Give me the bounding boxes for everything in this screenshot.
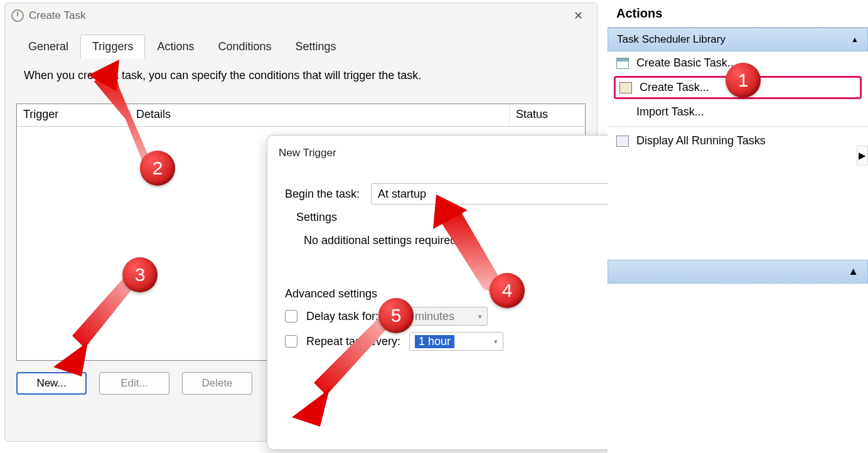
repeat-combo[interactable]: 1 hour ▾: [409, 332, 503, 351]
repeat-value: 1 hour: [415, 335, 454, 348]
delete-button[interactable]: Delete: [182, 372, 252, 395]
section-header-collapsed[interactable]: ▲: [608, 260, 868, 284]
library-header-label: Task Scheduler Library: [617, 33, 726, 46]
clock-icon: [11, 9, 24, 22]
close-icon[interactable]: ✕: [565, 7, 591, 24]
tab-settings[interactable]: Settings: [284, 35, 348, 59]
tab-triggers[interactable]: Triggers: [80, 35, 145, 59]
col-details[interactable]: Details: [130, 104, 510, 126]
begin-task-label: Begin the task:: [285, 188, 360, 201]
annotation-badge-1: 1: [726, 63, 761, 98]
annotation-badge-2: 2: [140, 151, 175, 186]
action-label: Create Task...: [640, 81, 709, 94]
calendar-icon: [616, 58, 629, 69]
separator: [608, 126, 868, 127]
tab-general[interactable]: General: [16, 35, 80, 59]
action-label: Display All Running Tasks: [636, 134, 766, 147]
action-label: Import Task...: [636, 105, 704, 119]
new-trigger-title: New Trigger: [279, 147, 336, 159]
col-status[interactable]: Status: [510, 104, 585, 126]
svg-marker-7: [292, 389, 330, 427]
actions-header: Actions: [608, 0, 868, 28]
action-import-task[interactable]: Import Task...: [608, 100, 868, 124]
scroll-right-icon[interactable]: ▶: [857, 146, 868, 166]
tab-strip: General Triggers Actions Conditions Sett…: [5, 35, 597, 59]
dialog-titlebar: Create Task ✕: [5, 3, 597, 28]
action-label: Create Basic Task...: [636, 56, 737, 70]
annotation-badge-5: 5: [378, 298, 414, 333]
svg-marker-3: [53, 342, 88, 376]
tab-actions[interactable]: Actions: [145, 35, 206, 59]
dialog-title: Create Task: [29, 9, 85, 22]
chevron-down-icon: ▾: [494, 338, 498, 346]
collapse-up-icon[interactable]: ▲: [848, 265, 859, 278]
action-display-all-running[interactable]: Display All Running Tasks: [608, 129, 868, 152]
library-header[interactable]: Task Scheduler Library ▲: [608, 28, 868, 51]
tab-conditions[interactable]: Conditions: [206, 35, 283, 59]
tasks-icon: [616, 136, 629, 147]
task-icon: [619, 82, 632, 93]
annotation-badge-3: 3: [122, 257, 158, 292]
collapse-up-icon[interactable]: ▲: [851, 35, 859, 44]
annotation-badge-4: 4: [490, 273, 525, 308]
